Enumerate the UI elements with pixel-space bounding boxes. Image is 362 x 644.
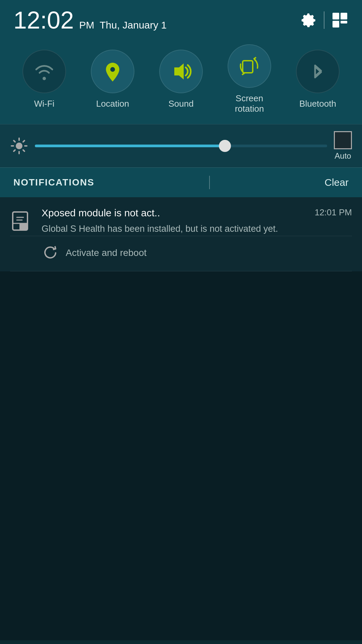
auto-label: Auto — [335, 151, 351, 161]
bluetooth-icon — [306, 60, 329, 83]
status-ampm: PM — [79, 19, 94, 31]
sound-circle — [159, 50, 203, 93]
slider-fill — [35, 145, 225, 147]
location-label: Location — [96, 99, 129, 109]
sound-label: Sound — [168, 99, 193, 109]
status-bar: 12:02 PM Thu, January 1 — [0, 0, 362, 38]
slider-track — [35, 145, 327, 147]
bluetooth-circle — [296, 50, 340, 93]
notification-area: Xposed module is not act.. 12:01 PM Glob… — [0, 197, 362, 271]
notification-time: 12:01 PM — [315, 207, 352, 218]
slider-thumb — [219, 140, 231, 152]
location-toggle[interactable]: Location — [91, 50, 134, 109]
svg-point-7 — [16, 143, 22, 149]
auto-checkbox — [334, 131, 352, 149]
wifi-label: Wi-Fi — [34, 99, 55, 109]
screen-rotation-label: Screen rotation — [235, 93, 264, 114]
screen-rotation-toggle[interactable]: Screen rotation — [228, 44, 271, 114]
sound-toggle[interactable]: Sound — [159, 50, 203, 109]
notification-title: Xposed module is not act.. — [42, 207, 308, 219]
grid-icon[interactable] — [331, 11, 349, 29]
svg-rect-2 — [333, 21, 339, 28]
activate-reboot-label: Activate and reboot — [66, 248, 146, 258]
bluetooth-toggle[interactable]: Bluetooth — [296, 50, 340, 109]
notification-action-row[interactable]: Activate and reboot — [10, 236, 352, 271]
status-right — [300, 11, 349, 29]
wifi-toggle[interactable]: Wi-Fi — [22, 50, 66, 109]
activate-reboot-icon — [42, 244, 59, 262]
xposed-icon — [10, 209, 34, 232]
brightness-row: Auto — [0, 124, 362, 167]
location-circle — [91, 50, 134, 93]
svg-rect-6 — [243, 61, 253, 73]
main-background — [0, 271, 362, 640]
svg-rect-17 — [19, 223, 27, 230]
svg-rect-1 — [341, 13, 347, 19]
notification-content: Xposed module is not act.. 12:01 PM Glob… — [42, 207, 352, 236]
notifications-header: NOTIFICATIONS Clear — [0, 167, 362, 197]
brightness-slider[interactable] — [35, 145, 327, 147]
svg-line-12 — [14, 141, 15, 142]
clear-button[interactable]: Clear — [324, 177, 349, 188]
svg-rect-3 — [341, 21, 347, 23]
svg-point-4 — [110, 67, 115, 72]
location-icon — [101, 60, 124, 83]
status-time: 12:02 — [13, 8, 74, 32]
notifications-header-divider — [209, 176, 210, 189]
auto-brightness-box[interactable]: Auto — [334, 131, 352, 161]
notification-title-row: Xposed module is not act.. 12:01 PM — [42, 207, 352, 219]
status-left: 12:02 PM Thu, January 1 — [13, 8, 167, 32]
brightness-icon — [10, 137, 28, 155]
notification-card: Xposed module is not act.. 12:01 PM Glob… — [0, 197, 362, 271]
status-divider — [324, 11, 324, 29]
quick-toggles: Wi-Fi Location Sound — [0, 38, 362, 124]
notification-panel: 12:02 PM Thu, January 1 — [0, 0, 362, 197]
svg-line-13 — [23, 150, 24, 151]
svg-rect-0 — [333, 13, 339, 19]
svg-marker-5 — [174, 63, 184, 79]
notifications-title: NOTIFICATIONS — [13, 177, 95, 188]
settings-icon[interactable] — [300, 11, 317, 29]
wifi-circle — [22, 50, 66, 93]
svg-line-15 — [23, 141, 24, 142]
screen-rotation-circle — [228, 44, 271, 88]
screen-rotation-icon — [238, 55, 261, 77]
notification-body: Global S Health has been installed, but … — [42, 222, 352, 236]
sound-icon — [170, 60, 192, 83]
svg-line-14 — [14, 150, 15, 151]
wifi-icon — [33, 60, 56, 83]
notification-top: Xposed module is not act.. 12:01 PM Glob… — [10, 207, 352, 236]
status-date: Thu, January 1 — [100, 19, 167, 31]
bluetooth-label: Bluetooth — [299, 99, 336, 109]
